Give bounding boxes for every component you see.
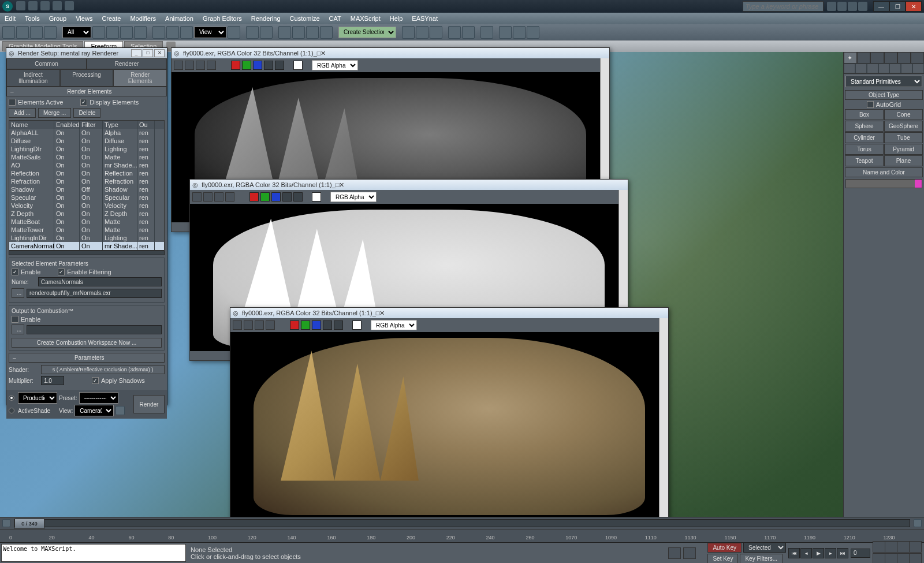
table-row[interactable]: LightingInDirOnOnLightingren [9, 234, 164, 242]
maximize-viewport-button[interactable] [909, 553, 922, 563]
delete-element-button[interactable]: Delete [73, 108, 100, 118]
merge-element-button[interactable]: Merge ... [38, 108, 71, 118]
element-name-input[interactable] [38, 277, 162, 286]
elements-active-checkbox[interactable] [9, 99, 16, 106]
table-row[interactable]: MatteSailsOnOnMatteren [9, 153, 164, 161]
move-button[interactable] [152, 26, 165, 39]
object-type-rollout[interactable]: Object Type [845, 90, 923, 100]
fb-save-icon[interactable] [233, 320, 242, 330]
tab-common[interactable]: Common [6, 58, 87, 69]
multiplier-input[interactable] [41, 376, 64, 385]
comm-center-icon[interactable] [827, 2, 836, 11]
prim-sphere[interactable]: Sphere [845, 121, 884, 132]
fb3-close-button[interactable]: ✕ [379, 310, 385, 317]
tab-processing[interactable]: Processing [60, 69, 114, 87]
enable-filtering-checkbox[interactable]: ✓ [58, 269, 65, 275]
maximize-button[interactable]: ❐ [889, 1, 906, 12]
orbit-button[interactable] [897, 553, 910, 563]
percent-snap-button[interactable] [306, 26, 319, 39]
fb-red-channel-button[interactable] [231, 61, 240, 70]
selection-filter-dropdown[interactable]: All [62, 27, 91, 38]
col-filter[interactable]: Filter [80, 121, 103, 129]
menu-group[interactable]: Group [49, 15, 67, 22]
fb-save-icon[interactable] [174, 61, 183, 70]
fb-blue-channel-button[interactable] [312, 320, 321, 330]
fb-clone-icon[interactable] [255, 320, 264, 330]
render-target-dropdown[interactable]: Production [18, 392, 57, 404]
redo-icon[interactable] [65, 1, 74, 10]
table-row[interactable]: SpecularOnOnSpecularren [9, 193, 164, 202]
timeline-config-button[interactable] [2, 519, 10, 527]
prim-geosphere[interactable]: GeoSphere [884, 121, 923, 132]
selection-lock-button[interactable] [668, 547, 681, 559]
framebuffer-2-titlebar[interactable]: ◎fly0000.exr, RGBA Color 32 Bits/Channel… [190, 180, 628, 190]
rotate-button[interactable] [166, 26, 179, 39]
prim-box[interactable]: Box [845, 109, 884, 120]
prim-teapot[interactable]: Teapot [845, 155, 884, 166]
tab-renderer[interactable]: Renderer [87, 58, 167, 69]
fb-green-channel-button[interactable] [301, 320, 310, 330]
activeshade-radio[interactable] [9, 408, 14, 413]
fb-color-swatch[interactable] [293, 61, 303, 70]
zoom-extents-all-button[interactable] [909, 541, 922, 553]
shapes-category-tab[interactable] [855, 64, 867, 73]
window-crossing-button[interactable] [134, 26, 147, 39]
col-type[interactable]: Type [103, 121, 137, 129]
prev-frame-button[interactable]: ◂ [800, 548, 812, 558]
select-by-name-button[interactable] [106, 26, 119, 39]
auto-key-button[interactable]: Auto Key [707, 543, 742, 553]
element-output-path-input[interactable] [27, 289, 162, 298]
combustion-path-input[interactable] [27, 325, 162, 334]
fb-copy-icon[interactable] [244, 320, 253, 330]
fb1-close-button[interactable]: ✕ [321, 50, 326, 57]
tab-indirect-illumination[interactable]: Indirect Illumination [6, 69, 60, 87]
combustion-enable-checkbox[interactable] [12, 316, 18, 323]
prim-cylinder[interactable]: Cylinder [845, 132, 884, 143]
create-panel-tab[interactable]: ✦ [844, 52, 857, 64]
keyboard-shortcut-button[interactable] [260, 26, 273, 39]
key-filter-dropdown[interactable]: Selected [743, 542, 786, 553]
app-logo-icon[interactable]: S [2, 1, 13, 12]
snap-3d-button[interactable] [278, 26, 291, 39]
menu-create[interactable]: Create [102, 15, 121, 22]
fb1-channel-dropdown[interactable]: RGB Alpha [312, 60, 358, 70]
zoom-extents-button[interactable] [897, 541, 910, 553]
help-icon[interactable] [858, 2, 867, 11]
menu-views[interactable]: Views [76, 15, 92, 22]
fb2-close-button[interactable]: ✕ [339, 181, 344, 189]
mirror-button[interactable] [402, 26, 415, 39]
object-color-swatch[interactable] [845, 179, 922, 188]
unlink-button[interactable] [44, 26, 57, 39]
framebuffer-3-titlebar[interactable]: ◎fly0000.exr, RGBA Color 32 Bits/Channel… [230, 308, 668, 318]
table-row[interactable]: Z DepthOnOnZ Depthren [9, 210, 164, 218]
systems-category-tab[interactable] [912, 64, 924, 73]
fov-button[interactable] [873, 553, 885, 563]
prim-plane[interactable]: Plane [884, 155, 923, 166]
favorites-icon[interactable] [848, 2, 857, 11]
combustion-browse-button[interactable]: ... [12, 325, 24, 334]
shader-button[interactable]: s ( Ambient/Reflective Occlusion (3dsmax… [41, 365, 165, 374]
table-row[interactable]: AOOnOnmr Shade...ren [9, 161, 164, 169]
menu-maxscript[interactable]: MAXScript [351, 15, 381, 22]
play-button[interactable]: ▶ [813, 548, 824, 558]
spinner-snap-button[interactable] [320, 26, 333, 39]
menu-animation[interactable]: Animation [165, 15, 193, 22]
prim-torus[interactable]: Torus [845, 144, 884, 155]
named-selection-dropdown[interactable]: Create Selection Se [338, 27, 396, 38]
dialog-minimize-button[interactable]: _ [131, 49, 141, 57]
preset-dropdown[interactable]: ----------------- [79, 392, 118, 404]
fb-green-channel-button[interactable] [260, 192, 270, 202]
apply-shadows-checkbox[interactable]: ✓ [92, 377, 99, 384]
parameters-rollout-header[interactable]: Parameters [9, 353, 165, 363]
minimize-button[interactable]: — [873, 1, 889, 12]
fb-clear-icon[interactable] [266, 320, 275, 330]
dialog-close-button[interactable]: ✕ [154, 49, 165, 57]
set-key-button[interactable]: Set Key [707, 554, 738, 563]
lights-category-tab[interactable] [867, 64, 878, 73]
col-enabled[interactable]: Enabled [54, 121, 80, 129]
fb-mono-channel-button[interactable] [293, 192, 303, 202]
fb3-vscroll[interactable] [659, 318, 668, 526]
table-row[interactable]: DiffuseOnOnDiffuseren [9, 137, 164, 145]
fb-blue-channel-button[interactable] [253, 61, 262, 70]
table-row[interactable]: ShadowOnOffShadowren [9, 185, 164, 193]
